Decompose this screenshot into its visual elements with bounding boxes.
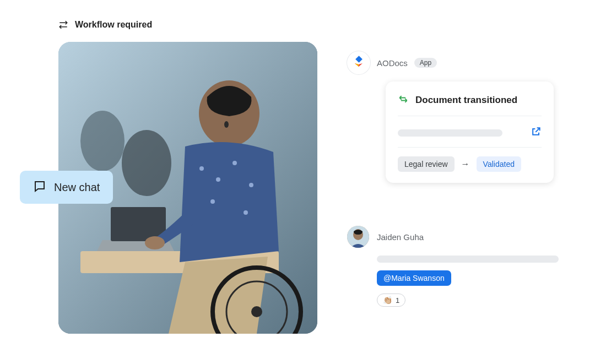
- doc-name-placeholder: [398, 129, 502, 137]
- svg-rect-4: [111, 207, 166, 241]
- mention-chip[interactable]: @Maria Swanson: [377, 270, 451, 286]
- workflow-required-label: Workflow required: [75, 20, 152, 30]
- doc-card-title: Document transitioned: [415, 95, 517, 106]
- svg-point-10: [249, 183, 253, 187]
- reaction-chip[interactable]: 👏🏼 1: [377, 294, 405, 307]
- svg-point-1: [80, 111, 125, 171]
- transition-icon: [398, 94, 409, 107]
- external-link-icon[interactable]: [531, 126, 542, 139]
- svg-point-13: [145, 236, 165, 249]
- reaction-count: 1: [396, 296, 399, 305]
- svg-point-11: [210, 199, 215, 204]
- swap-icon: [58, 20, 68, 30]
- clap-emoji-icon: 👏🏼: [383, 296, 392, 305]
- svg-point-16: [251, 306, 262, 317]
- chat-message: Jaiden Guha @Maria Swanson 👏🏼 1: [347, 226, 559, 307]
- message-username: Jaiden Guha: [377, 232, 424, 242]
- workflow-required-header: Workflow required: [58, 20, 152, 30]
- chat-icon: [33, 180, 46, 195]
- app-badge: App: [414, 58, 437, 68]
- svg-point-7: [199, 166, 204, 171]
- new-chat-label: New chat: [54, 181, 100, 194]
- svg-point-12: [244, 210, 248, 215]
- svg-point-6: [224, 121, 229, 128]
- state-from-chip: Legal review: [398, 156, 455, 172]
- new-chat-button[interactable]: New chat: [20, 171, 113, 204]
- svg-point-8: [216, 177, 220, 182]
- aodocs-app-header: AODocs App: [347, 51, 437, 74]
- arrow-right-icon: →: [461, 159, 470, 169]
- aodocs-logo-icon: [347, 51, 370, 74]
- svg-point-2: [122, 130, 171, 196]
- message-text-placeholder: [377, 256, 559, 263]
- svg-point-9: [232, 161, 237, 165]
- avatar[interactable]: [347, 226, 369, 248]
- state-to-chip: Validated: [477, 156, 521, 172]
- document-transition-card: Document transitioned Legal review → Val…: [386, 82, 554, 183]
- svg-rect-17: [355, 56, 363, 63]
- aodocs-name: AODocs: [377, 58, 408, 68]
